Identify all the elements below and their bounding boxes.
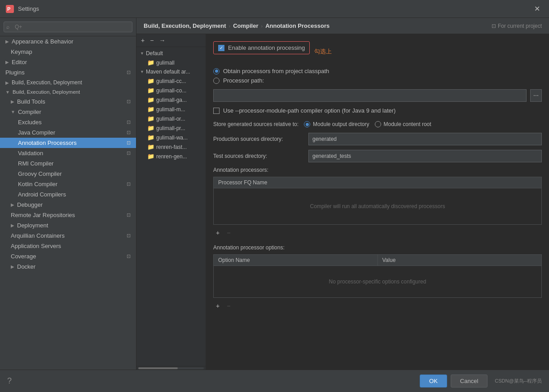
sidebar-item-build-execution[interactable]: ▼ Build, Execution, Deployment — [0, 87, 136, 96]
breadcrumb-sep-1: › — [228, 23, 230, 29]
tree-item-gulimall-ga[interactable]: 📁 gulimall-ga... — [136, 95, 206, 105]
sidebar-item-arquillian[interactable]: Arquillian Containers ⊡ — [0, 231, 136, 241]
annotation-processor-options-table: Option Name Value No processor-specific … — [213, 254, 542, 298]
svg-text:P: P — [7, 6, 10, 12]
tree-remove-button[interactable]: − — [148, 36, 155, 45]
radio-option-module-output[interactable]: Module output directory — [304, 121, 369, 127]
processor-options-toolbar: + − — [213, 300, 542, 312]
expand-icon: ▶ — [11, 264, 14, 269]
sidebar-item-version-control[interactable]: ▶ Build, Execution, Deployment — [0, 78, 136, 87]
processor-fq-name-header: Processor FQ Name — [214, 177, 541, 188]
tree-item-maven-default[interactable]: ▼ Maven default ar... — [136, 67, 206, 76]
use-processor-checkbox[interactable] — [213, 108, 220, 114]
annotation-remove-button[interactable]: − — [224, 228, 233, 237]
processor-path-input[interactable] — [213, 89, 527, 102]
test-sources-label: Test sources directory: — [213, 153, 303, 159]
extern-icon: ⊡ — [127, 99, 131, 105]
tree-scrollbar[interactable] — [136, 366, 206, 370]
radio-path[interactable] — [213, 78, 220, 84]
enable-annotation-row: Enable annotation processing — [213, 41, 310, 54]
tree-item-gulimall-cc1[interactable]: 📁 gulimall-cc... — [136, 76, 206, 86]
sidebar-item-docker[interactable]: ▶ Docker — [0, 261, 136, 272]
sidebar-item-android-compilers[interactable]: Android Compilers — [0, 189, 136, 200]
for-current-project: ⊡ For current project — [492, 23, 542, 29]
window-title: Settings — [18, 5, 531, 12]
radio-module-content[interactable] — [375, 121, 381, 127]
app-icon: P — [5, 4, 14, 13]
tree-add-button[interactable]: + — [139, 36, 146, 45]
folder-icon: 📁 — [147, 125, 154, 131]
breadcrumb-part-1: Build, Execution, Deployment — [144, 22, 226, 29]
sidebar-item-plugins[interactable]: Plugins ⊡ — [0, 67, 136, 78]
help-button[interactable]: ? — [7, 376, 12, 386]
tree-item-gulimall-cc2[interactable]: 📁 gulimall-co... — [136, 86, 206, 95]
production-sources-input[interactable] — [308, 133, 542, 145]
radio-module-output[interactable] — [304, 121, 310, 127]
tree-item-renren-gen[interactable]: 📁 renren-gen... — [136, 152, 206, 161]
annotation-add-button[interactable]: + — [213, 228, 222, 237]
breadcrumb: Build, Execution, Deployment › Compiler … — [144, 22, 329, 29]
browse-button[interactable]: ⋯ — [530, 89, 542, 102]
options-add-button[interactable]: + — [213, 301, 222, 310]
options-remove-button[interactable]: − — [224, 301, 233, 310]
cancel-button[interactable]: Cancel — [451, 375, 488, 388]
enable-checkbox-wrapper[interactable]: Enable annotation processing — [218, 44, 305, 51]
sidebar-item-build-tools[interactable]: ▶ Build Tools ⊡ — [0, 96, 136, 107]
sidebar-item-annotation-processors[interactable]: Annotation Processors ⊡ — [0, 138, 136, 148]
tree-item-gulimall-m[interactable]: 📁 gulimall-m... — [136, 105, 206, 114]
test-sources-row: Test sources directory: — [213, 150, 542, 162]
sidebar-item-appearance[interactable]: ▶ Appearance & Behavior — [0, 36, 136, 47]
radio-module-content-label: Module content root — [384, 121, 431, 127]
folder-icon: 📁 — [147, 144, 154, 150]
tree-item-gulimall-or[interactable]: 📁 gulimall-or... — [136, 114, 206, 123]
tree-item-gulimall[interactable]: 📁 gulimall — [136, 58, 206, 67]
sidebar-item-java-compiler[interactable]: Java Compiler ⊡ — [0, 127, 136, 138]
tree-item-renren-fast[interactable]: 📁 renren-fast... — [136, 142, 206, 152]
ok-button[interactable]: OK — [420, 375, 447, 388]
sidebar-item-keymap[interactable]: Keymap — [0, 47, 136, 57]
expand-icon: ▼ — [140, 70, 144, 74]
sidebar-item-kotlin-compiler[interactable]: Kotlin Compiler ⊡ — [0, 179, 136, 189]
tree-move-button[interactable]: → — [157, 36, 167, 45]
expand-icon: ▶ — [5, 60, 9, 65]
sidebar-item-rmi-compiler[interactable]: RMI Compiler — [0, 158, 136, 169]
folder-icon: 📁 — [147, 106, 154, 113]
annotation-processors-header: Processor FQ Name — [214, 177, 541, 188]
expand-icon: ▼ — [11, 109, 15, 114]
sidebar-item-compiler[interactable]: ▼ Compiler — [0, 107, 136, 117]
folder-icon: 📁 — [147, 87, 154, 94]
sidebar-item-editor[interactable]: ▶ Editor — [0, 57, 136, 67]
breadcrumb-sep-2: › — [261, 23, 263, 29]
tree-item-default[interactable]: ▼ Default — [136, 49, 206, 58]
radio-option-module-content[interactable]: Module content root — [375, 121, 431, 127]
annotation-processor-options-body: No processor-specific options configured — [214, 266, 541, 297]
sidebar-item-coverage[interactable]: Coverage ⊡ — [0, 251, 136, 261]
tree-item-gulimall-pr[interactable]: 📁 gulimall-pr... — [136, 123, 206, 133]
sidebar-item-app-servers[interactable]: Application Servers — [0, 241, 136, 251]
settings-panel: Enable annotation processing 勾选上 Obtain … — [206, 34, 549, 370]
breadcrumb-part-2: Compiler — [233, 22, 258, 29]
annotation-processor-options-empty: No processor-specific options configured — [329, 279, 426, 285]
search-input[interactable] — [4, 22, 132, 32]
test-sources-input[interactable] — [308, 150, 542, 162]
footer-actions: OK Cancel CSDN@菜鸟--程序员 — [420, 375, 542, 388]
sidebar-item-debugger[interactable]: ▶ Debugger — [0, 200, 136, 210]
sidebar-item-validation[interactable]: Validation ⊡ — [0, 148, 136, 158]
sidebar-item-remote-jar[interactable]: Remote Jar Repositories ⊡ — [0, 210, 136, 220]
extern-icon: ⊡ — [127, 119, 131, 125]
store-generated-label: Store generated sources relative to: — [213, 121, 299, 127]
breadcrumb-part-3: Annotation Processors — [265, 22, 329, 29]
enable-annotation-checkbox[interactable] — [218, 45, 224, 51]
sidebar-item-excludes[interactable]: Excludes ⊡ — [0, 117, 136, 127]
sidebar-item-groovy-compiler[interactable]: Groovy Compiler — [0, 169, 136, 179]
for-current-icon: ⊡ — [492, 23, 496, 29]
radio-row-path[interactable]: Processor path: — [213, 77, 542, 84]
radio-classpath[interactable] — [213, 68, 220, 74]
radio-row-classpath[interactable]: Obtain processors from project classpath — [213, 68, 542, 74]
content-header: Build, Execution, Deployment › Compiler … — [136, 18, 549, 34]
sidebar-item-deployment[interactable]: ▶ Deployment — [0, 220, 136, 231]
tree-item-gulimall-wa[interactable]: 📁 gulimall-wa... — [136, 133, 206, 142]
close-button[interactable]: ✕ — [531, 3, 544, 15]
expand-icon: ▶ — [5, 80, 9, 85]
radio-module-output-label: Module output directory — [313, 121, 369, 127]
